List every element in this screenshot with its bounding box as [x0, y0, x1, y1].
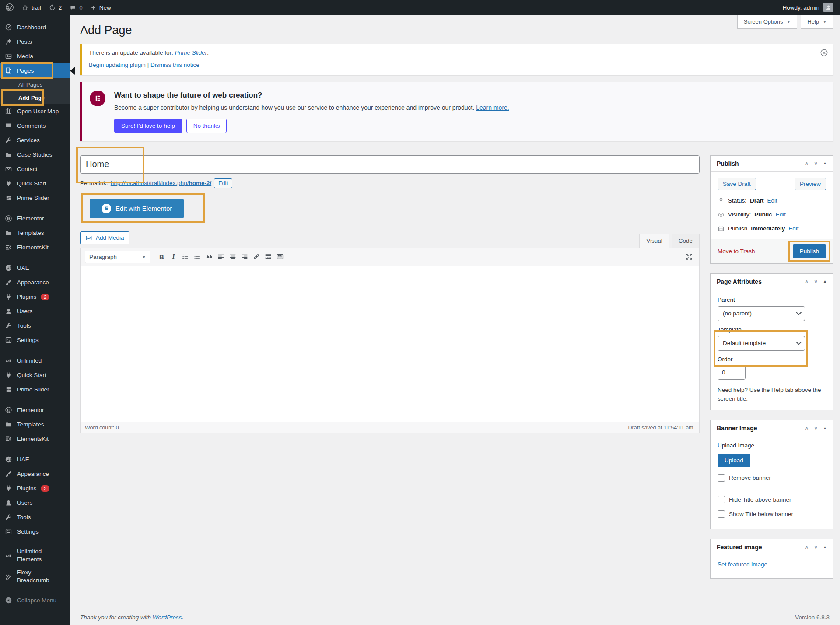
sidebar-item[interactable] — [0, 397, 70, 403]
tab-code[interactable]: Code — [672, 234, 700, 248]
sidebar-item[interactable] — [0, 347, 70, 353]
promo-decline-button[interactable]: No thanks — [186, 119, 227, 133]
sidebar-item[interactable]: ElementsKit — [0, 240, 70, 255]
editor-content-area[interactable] — [80, 266, 699, 422]
preview-button[interactable]: Preview — [794, 178, 826, 190]
move-down-icon[interactable]: ∨ — [814, 279, 818, 284]
sidebar-item[interactable]: Pages — [0, 63, 70, 78]
tab-visual[interactable]: Visual — [639, 234, 669, 248]
learn-more-link[interactable]: Learn more. — [476, 104, 509, 111]
sidebar-item[interactable]: Services — [0, 133, 70, 147]
paragraph-format-select[interactable]: Paragraph ▼ — [85, 251, 150, 263]
remove-banner-checkbox[interactable] — [718, 474, 725, 482]
edit-status-link[interactable]: Edit — [767, 197, 777, 204]
move-up-icon[interactable]: ∧ — [805, 279, 808, 284]
collapse-toggle-icon[interactable]: ▲ — [823, 161, 827, 165]
sidebar-item[interactable]: Contact — [0, 162, 70, 176]
sidebar-item[interactable]: Users — [0, 496, 70, 510]
dismiss-icon[interactable] — [820, 49, 828, 57]
dismiss-notice-link[interactable]: Dismiss this notice — [150, 62, 200, 68]
site-name-link[interactable]: trail — [22, 4, 41, 11]
updates-link[interactable]: 2 — [49, 4, 62, 11]
sidebar-item[interactable]: All Pages — [0, 78, 70, 91]
avatar[interactable] — [823, 3, 833, 12]
sidebar-item[interactable] — [0, 539, 70, 545]
sidebar-item[interactable]: Open User Map — [0, 104, 70, 119]
sidebar-item[interactable]: Elementor — [0, 403, 70, 417]
sidebar-item[interactable]: UAE — [0, 261, 70, 275]
align-center-button[interactable] — [227, 251, 238, 262]
align-right-button[interactable] — [238, 251, 250, 262]
sidebar-item[interactable]: Settings — [0, 524, 70, 539]
publish-button[interactable]: Publish — [793, 244, 826, 258]
help-button[interactable]: Help ▼ — [801, 15, 833, 29]
howdy-text[interactable]: Howdy, admin — [782, 4, 819, 11]
edit-visibility-link[interactable]: Edit — [776, 211, 786, 218]
wordpress-logo-icon[interactable] — [5, 3, 14, 12]
comments-link[interactable]: 0 — [70, 4, 83, 11]
collapse-toggle-icon[interactable]: ▲ — [823, 279, 827, 283]
sidebar-item[interactable]: Appearance — [0, 467, 70, 481]
sidebar-item[interactable]: Add Page — [0, 91, 70, 104]
add-media-button[interactable]: Add Media — [80, 231, 130, 244]
sidebar-item[interactable] — [0, 587, 70, 593]
sidebar-item[interactable]: Tools — [0, 510, 70, 524]
parent-select[interactable]: (no parent) — [718, 306, 805, 321]
prime-slider-link[interactable]: Prime Slider — [175, 49, 207, 56]
order-input[interactable] — [718, 366, 746, 380]
move-to-trash-link[interactable]: Move to Trash — [718, 248, 755, 255]
sidebar-item[interactable]: Elementor — [0, 211, 70, 226]
numbered-list-button[interactable] — [191, 251, 203, 262]
sidebar-item[interactable]: Templates — [0, 417, 70, 432]
sidebar-item[interactable]: UAE — [0, 452, 70, 467]
show-title-checkbox[interactable] — [718, 510, 725, 518]
edit-with-elementor-button[interactable]: Edit with Elementor — [90, 199, 184, 218]
toolbar-toggle-button[interactable] — [274, 251, 286, 262]
hide-title-checkbox[interactable] — [718, 496, 725, 503]
italic-button[interactable]: I — [168, 251, 179, 262]
sidebar-item[interactable]: Dashboard — [0, 20, 70, 35]
page-title-input[interactable] — [80, 155, 700, 174]
sidebar-item[interactable]: Plugins 2 — [0, 290, 70, 304]
permalink-url[interactable]: http://localhost/trail/index.php/home-2/ — [111, 180, 211, 186]
sidebar-item[interactable]: Collapse Menu — [0, 593, 70, 608]
sidebar-item[interactable]: Case Studies — [0, 147, 70, 162]
sidebar-item[interactable]: ElementsKit — [0, 432, 70, 446]
move-down-icon[interactable]: ∨ — [814, 161, 818, 166]
read-more-button[interactable] — [262, 251, 274, 262]
align-left-button[interactable] — [215, 251, 227, 262]
sidebar-item[interactable]: Media — [0, 49, 70, 63]
sidebar-item[interactable] — [0, 205, 70, 211]
move-up-icon[interactable]: ∧ — [805, 426, 808, 431]
move-down-icon[interactable]: ∨ — [814, 426, 818, 431]
sidebar-item[interactable]: Users — [0, 304, 70, 318]
sidebar-item[interactable] — [0, 255, 70, 261]
sidebar-item[interactable]: Prime Slider — [0, 382, 70, 397]
wordpress-link[interactable]: WordPress — [153, 614, 182, 621]
template-select[interactable]: Default template — [718, 336, 805, 351]
sidebar-item[interactable]: Comments — [0, 119, 70, 133]
sidebar-item[interactable]: Quick Start — [0, 368, 70, 382]
sidebar-item[interactable]: Unlimited — [0, 353, 70, 368]
collapse-toggle-icon[interactable]: ▲ — [823, 426, 827, 430]
new-content-button[interactable]: New — [91, 4, 111, 11]
move-up-icon[interactable]: ∧ — [805, 161, 808, 166]
collapse-toggle-icon[interactable]: ▲ — [823, 545, 827, 549]
sidebar-item[interactable]: Quick Start — [0, 176, 70, 191]
screen-options-button[interactable]: Screen Options ▼ — [737, 15, 798, 29]
sidebar-item[interactable]: Flexy Breadcrumb — [0, 566, 70, 587]
sidebar-item[interactable]: Templates — [0, 226, 70, 240]
upload-button[interactable]: Upload — [718, 454, 750, 467]
sidebar-item[interactable]: Tools — [0, 318, 70, 333]
set-featured-image-link[interactable]: Set featured image — [718, 561, 767, 568]
begin-updating-link[interactable]: Begin updating plugin — [89, 62, 146, 68]
save-draft-button[interactable]: Save Draft — [718, 178, 756, 190]
sidebar-item[interactable]: Unlimited Elements — [0, 545, 70, 566]
sidebar-item[interactable]: Posts — [0, 35, 70, 49]
permalink-edit-button[interactable]: Edit — [214, 178, 232, 188]
sidebar-item[interactable]: Appearance — [0, 275, 70, 290]
promo-accept-button[interactable]: Sure! I'd love to help — [114, 119, 182, 133]
sidebar-item[interactable] — [0, 446, 70, 452]
blockquote-button[interactable] — [203, 251, 215, 262]
edit-schedule-link[interactable]: Edit — [788, 225, 798, 232]
